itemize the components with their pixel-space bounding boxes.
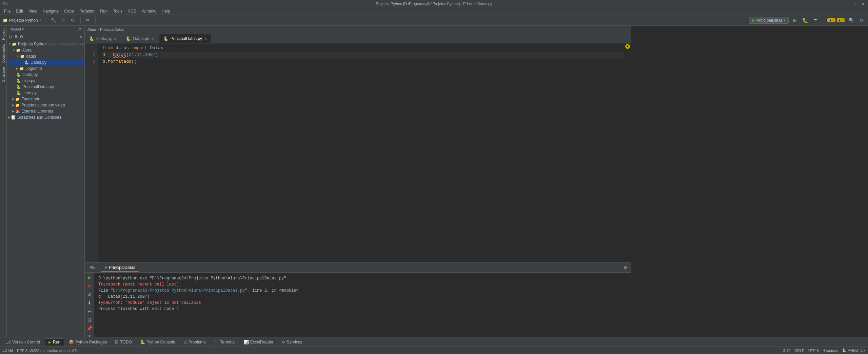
menu-code[interactable]: Code (61, 8, 77, 14)
sidebar-close-btn[interactable]: ✕ (78, 34, 83, 40)
file-py-icon: 🐍 (16, 79, 21, 83)
bottom-tab-principaldatas[interactable]: ▶ PrincipalDatas (101, 264, 138, 272)
search-button[interactable]: 🔍 (847, 17, 856, 24)
tree-item-projetos-python[interactable]: ▼ 📁 Projetos Python D:\Programação\Proje… (7, 41, 84, 47)
history-button[interactable]: ⟲ (60, 17, 67, 23)
close-button[interactable]: ✕ (861, 1, 865, 6)
nav-tab-problems[interactable]: ⚠ Problems (180, 339, 209, 346)
breadcrumb-alura[interactable]: Alura (87, 27, 96, 32)
tree-item-datas-py[interactable]: 🐍 Datas.py (7, 59, 84, 65)
menu-run[interactable]: Run (97, 8, 110, 14)
project-strip-icon[interactable]: Project (1, 27, 6, 41)
pep8-warning[interactable]: PEP 8: W292 no newline at end of file (17, 349, 79, 353)
tab-principaldatas-py[interactable]: 🐍 PrincipalDatas.py ✕ (159, 34, 211, 43)
minimize-button[interactable]: ─ (847, 1, 852, 6)
info-btn[interactable]: ℹ (87, 333, 91, 337)
cursor-position[interactable]: 3:19 (783, 349, 790, 353)
tree-item-conta-py[interactable]: 🐍 conta.py (7, 72, 84, 78)
run-label: Run: (87, 266, 101, 270)
nav-tab-terminal[interactable]: ⬛ Terminal (210, 339, 239, 346)
menu-refactor[interactable]: Refactor (77, 8, 97, 14)
run-config-selector[interactable]: ▶ PrincipalDatas ▾ (749, 17, 789, 24)
project-dropdown-icon: ▾ (39, 18, 41, 22)
tab-datas-py[interactable]: 🐍 Datas.py ✕ (121, 34, 158, 43)
warning-badge-2[interactable]: ▲3 (837, 18, 845, 22)
bottom-panel: Run: ▶ PrincipalDatas ⚙ ▶ ■ ↺ ⬇ ↩ ⊟ 📌 (85, 262, 631, 337)
tree-item-external-libraries[interactable]: ▶ 📚 External Libraries (7, 108, 84, 114)
warning-badges: ▲1 ▲3 (827, 18, 845, 22)
run-config-icon: ▶ (752, 18, 755, 23)
console-error-header: Traceback (most recent call last): (98, 281, 627, 288)
scroll-end-btn[interactable]: ⬇ (86, 299, 92, 307)
console-file-link[interactable]: D:\Programação\Projetos Python\Alura\Pri… (113, 288, 245, 293)
nav-tab-run[interactable]: ▶ Run (45, 338, 64, 346)
python-version[interactable]: 🐍 Python 3.x (842, 348, 865, 353)
tab-close-icon[interactable]: ✕ (151, 37, 154, 41)
coverage-button[interactable]: ☂ (812, 17, 819, 23)
nav-tab-python-packages[interactable]: 📦 Python Packages (65, 339, 110, 346)
nav-tab-version-control[interactable]: ⎇ Version Control (3, 339, 43, 346)
run-icon: ▶ (48, 340, 52, 345)
arrow-icon: ▶ (16, 67, 19, 70)
stop-btn[interactable]: ■ (87, 282, 92, 290)
tree-item-principaldatas-py[interactable]: 🐍 PrincipalDatas.py (7, 84, 84, 90)
build-button[interactable]: 🔨 (50, 17, 58, 23)
run-play-btn[interactable]: ▶ (87, 274, 92, 281)
sidebar-sort-btn[interactable]: ⇅ (14, 34, 18, 40)
breadcrumb-principaldatas[interactable]: PrincipalDatas (100, 27, 124, 32)
sidebar-settings-btn[interactable]: ⚙ (19, 34, 24, 40)
menu-vcs[interactable]: VCS (125, 8, 139, 14)
settings-gear-button[interactable]: ⚙ (859, 17, 865, 23)
tab-conta-py[interactable]: 🐍 conta.py ✕ (85, 34, 121, 43)
soft-wrap-btn[interactable]: ↩ (86, 308, 92, 315)
bottom-settings-btn[interactable]: ⚙ (623, 265, 628, 271)
line-ending[interactable]: CRLF (794, 349, 804, 353)
nav-tab-services[interactable]: ⚙ Services (278, 339, 305, 346)
menu-file[interactable]: File (1, 8, 13, 14)
sidebar-title: Project ▾ (9, 27, 24, 32)
settings-button[interactable]: ⚙ (70, 17, 76, 23)
edit-button[interactable]: ✏ (85, 17, 91, 23)
structure-strip-icon[interactable]: Structure (1, 65, 6, 83)
sidebar-collapse-btn[interactable]: ⊟ (8, 34, 13, 40)
indent-setting[interactable]: 4 spaces (823, 349, 838, 353)
menu-view[interactable]: View (26, 8, 40, 14)
tree-item-teste-py[interactable]: 🐍 teste.py (7, 90, 84, 96)
tab-close-icon[interactable]: ✕ (204, 37, 207, 41)
tree-item-faculdade[interactable]: ▶ 📁 Faculdade (7, 96, 84, 102)
tree-item-label: Datas.py (31, 60, 46, 65)
menu-navigate[interactable]: Navigate (40, 8, 61, 14)
tree-item-projetos-curso[interactable]: ▶ 📁 Projetos curso em video (7, 102, 84, 108)
code-content[interactable]: from datas import Datas d = Datas(21,11,… (98, 43, 624, 262)
filter-btn[interactable]: ⊟ (86, 316, 92, 323)
terminal-icon: ⬛ (214, 340, 219, 345)
pin-btn[interactable]: 📌 (86, 325, 93, 332)
nav-tab-excelreader[interactable]: 📊 ExcelReader (240, 339, 277, 346)
file-py-icon: 🐍 (16, 85, 21, 89)
debug-button[interactable]: 🐛 (801, 17, 809, 24)
tab-close-icon[interactable]: ✕ (114, 37, 116, 41)
rerun-btn[interactable]: ↺ (86, 291, 92, 298)
tree-item-scratches[interactable]: ▶ 📝 Scratches and Consoles (7, 114, 84, 120)
tree-item-datas[interactable]: ▼ 📁 datas (7, 53, 84, 59)
tree-item-nkjn-py[interactable]: 🐍 nkjn.py (7, 78, 84, 84)
warning-badge-1[interactable]: ▲1 (827, 18, 835, 22)
menu-help[interactable]: Help (159, 8, 173, 14)
menu-tools[interactable]: Tools (110, 8, 125, 14)
code-editor[interactable]: 1 2 3 from datas import Datas d = Datas(… (85, 43, 631, 262)
breadcrumb-bar: Alura › PrincipalDatas (85, 26, 631, 33)
sidebar-gear-icon[interactable]: ⚙ (78, 27, 82, 32)
run-button[interactable]: ▶ (791, 16, 798, 24)
line-numbers: 1 2 3 (85, 43, 98, 262)
menu-window[interactable]: Window (139, 8, 159, 14)
menu-edit[interactable]: Edit (13, 8, 26, 14)
nav-tab-todo[interactable]: ☑ TODO (112, 339, 135, 346)
maximize-button[interactable]: □ (854, 1, 859, 6)
tree-item-label: conta.py (22, 72, 38, 77)
tree-item-alura[interactable]: ▼ 📁 Alura (7, 47, 84, 53)
nav-tab-python-console[interactable]: 🐍 Python Console (137, 339, 179, 346)
vcs-status[interactable]: ⎇ Git (3, 348, 13, 353)
bookmarks-strip-icon[interactable]: Bookmarks (1, 43, 6, 64)
tree-item-joguinho[interactable]: ▶ 📁 Joguinho (7, 65, 84, 72)
encoding[interactable]: UTF-8 (808, 349, 819, 353)
